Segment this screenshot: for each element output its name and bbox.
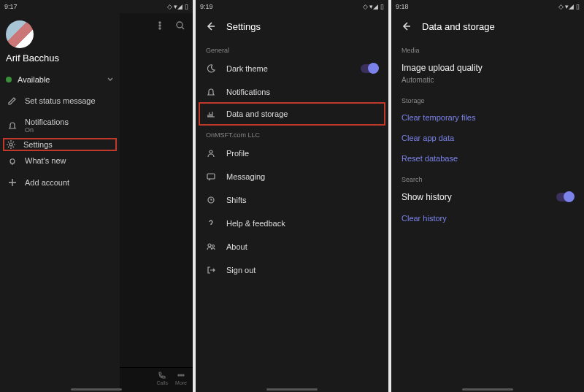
lightbulb-icon	[7, 155, 18, 166]
nav-calls[interactable]: Calls	[156, 371, 168, 391]
svg-rect-9	[207, 174, 215, 179]
status-time: 9:19	[200, 3, 213, 10]
gear-icon	[6, 139, 16, 150]
presence-row[interactable]: Available	[4, 71, 115, 88]
home-indicator	[71, 388, 122, 391]
svg-point-4	[177, 22, 182, 28]
user-display-name: Arif Bacchus	[6, 53, 115, 64]
svg-point-5	[178, 374, 180, 376]
section-header-general: General	[196, 39, 388, 57]
notifications-row[interactable]: Notifications	[196, 80, 388, 104]
svg-point-12	[212, 245, 215, 247]
home-indicator	[266, 388, 318, 391]
app-header: Data and storage	[391, 13, 584, 39]
notifications-item[interactable]: Notifications On	[4, 112, 115, 139]
screen-data-storage: 9:18 ◇ ▾◢ ▯ Data and storage Media Image…	[391, 0, 584, 392]
whats-new-item[interactable]: What's new	[4, 150, 115, 172]
teams-icon	[206, 242, 216, 252]
shifts-row[interactable]: Shifts	[196, 188, 388, 212]
statusbar: 9:18 ◇ ▾◢ ▯	[391, 0, 584, 13]
svg-point-7	[182, 374, 184, 376]
status-time: 9:17	[4, 3, 18, 10]
help-icon	[206, 218, 216, 228]
bell-icon	[7, 120, 18, 131]
show-history-row[interactable]: Show history	[391, 186, 584, 208]
plus-icon	[7, 177, 18, 188]
page-title: Settings	[226, 21, 261, 32]
svg-point-3	[159, 28, 161, 29]
back-arrow-icon[interactable]	[204, 20, 216, 32]
more-vertical-icon[interactable]	[155, 20, 165, 31]
presence-dot-icon	[6, 77, 12, 82]
svg-point-0	[9, 143, 12, 146]
profile-drawer: Arif Bacchus Available Set status messag…	[0, 13, 120, 392]
show-history-toggle[interactable]	[556, 193, 574, 201]
home-indicator	[462, 388, 513, 391]
status-time: 9:18	[396, 3, 409, 10]
moon-icon	[206, 64, 216, 74]
avatar[interactable]	[6, 20, 34, 48]
svg-point-2	[159, 25, 161, 26]
bottom-nav: Calls More	[120, 367, 193, 392]
edit-icon	[7, 96, 18, 106]
svg-point-6	[180, 374, 182, 376]
statusbar: 9:19 ◇ ▾◢ ▯	[196, 0, 388, 13]
statusbar: 9:17 ◇ ▾◢ ▯	[0, 0, 193, 13]
messaging-row[interactable]: Messaging	[196, 165, 388, 188]
signout-icon	[206, 265, 216, 275]
presence-label: Available	[18, 75, 50, 84]
main-pane-dimmed: Calls More	[120, 13, 193, 392]
person-icon	[206, 148, 216, 158]
data-icon	[206, 109, 216, 119]
screen-settings: 9:19 ◇ ▾◢ ▯ Settings General Dark theme …	[196, 0, 388, 392]
reset-database-link[interactable]: Reset database	[391, 148, 584, 169]
about-row[interactable]: About	[196, 235, 388, 258]
nav-more[interactable]: More	[175, 371, 187, 391]
status-icons: ◇ ▾◢ ▯	[363, 3, 384, 10]
app-header: Settings	[196, 13, 388, 39]
svg-point-11	[208, 244, 211, 247]
sign-out-row[interactable]: Sign out	[196, 258, 388, 282]
message-icon	[206, 172, 216, 182]
image-upload-quality-item[interactable]: Image upload quality Automatic	[391, 57, 584, 90]
help-feedback-row[interactable]: Help & feedback	[196, 212, 388, 235]
section-header-search: Search	[391, 169, 584, 186]
search-icon[interactable]	[175, 20, 185, 31]
dark-theme-row[interactable]: Dark theme	[196, 57, 388, 80]
back-arrow-icon[interactable]	[400, 20, 412, 32]
set-status-message-item[interactable]: Set status message	[4, 90, 115, 112]
section-header-storage: Storage	[391, 90, 584, 107]
clear-history-link[interactable]: Clear history	[391, 208, 584, 228]
section-header-media: Media	[391, 39, 584, 57]
dark-theme-toggle[interactable]	[361, 64, 378, 73]
clear-app-data-link[interactable]: Clear app data	[391, 128, 584, 148]
profile-row[interactable]: Profile	[196, 142, 388, 165]
clear-temp-files-link[interactable]: Clear temporary files	[391, 107, 584, 128]
svg-point-1	[159, 22, 161, 23]
shifts-icon	[206, 195, 216, 205]
data-storage-row[interactable]: Data and storage	[199, 102, 385, 126]
status-icons: ◇ ▾◢ ▯	[167, 3, 188, 10]
bell-icon	[206, 87, 216, 97]
page-title: Data and storage	[422, 21, 495, 32]
chevron-down-icon	[107, 76, 114, 83]
svg-point-8	[210, 150, 212, 153]
status-icons: ◇ ▾◢ ▯	[558, 3, 580, 10]
add-account-item[interactable]: Add account	[4, 172, 115, 193]
screen-profile-menu: 9:17 ◇ ▾◢ ▯ Arif Bacchus Available Set s…	[0, 0, 193, 392]
section-header-org: OnMSFT.com LLC	[196, 124, 388, 142]
